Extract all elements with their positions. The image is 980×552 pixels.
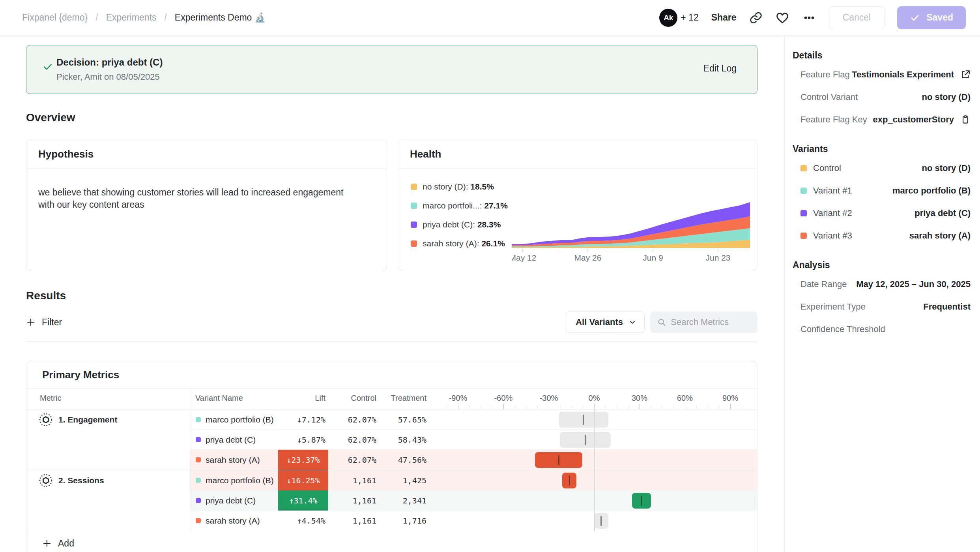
breadcrumb-item-1[interactable]: Experiments (106, 12, 157, 23)
clipboard-icon[interactable] (960, 115, 971, 125)
filter-button[interactable]: Filter (26, 317, 62, 328)
variant-cell: sarah story (A) (196, 511, 260, 531)
variant-cell: priya debt (C) (196, 430, 256, 450)
add-metric-button[interactable]: Add (26, 531, 757, 552)
table-row[interactable]: priya debt (C)↑31.4%1,1612,341 (26, 490, 757, 511)
sidebar-row: Variant #1marco portfolio (B) (793, 179, 971, 202)
cancel-button[interactable]: Cancel (829, 6, 885, 29)
axis-minor-tick (628, 406, 628, 409)
decision-subtitle: Picker, Amit on 08/05/2025 (56, 72, 160, 82)
external-link-icon[interactable] (960, 69, 971, 80)
sidebar-row-label: Control Variant (800, 92, 858, 102)
col-header-metric: Metric (40, 394, 61, 403)
breadcrumb-item-2[interactable]: Experiments Demo 🔬 (175, 12, 266, 23)
sidebar-row: Experiment TypeFrequentist (793, 295, 971, 318)
saved-label: Saved (926, 12, 953, 23)
variant-name: marco portfolio (B) (206, 415, 274, 424)
lift-value: ↑4.54% (266, 511, 325, 531)
table-row[interactable]: marco portfolio (B)↓16.25%1,1611,425 (26, 470, 757, 490)
axis-minor-tick (651, 406, 651, 409)
axis-tick-label: 90% (722, 394, 738, 403)
sidebar-row-label: Feature Flag (800, 69, 850, 80)
sidebar-row-value: priya debt (C) (915, 208, 971, 218)
table-row[interactable]: sarah story (A)↑4.54%1,1611,716 (26, 511, 757, 531)
share-button[interactable]: Share (711, 12, 737, 23)
heart-icon (775, 11, 789, 25)
axis-minor-tick (526, 406, 527, 409)
avatar[interactable]: Ak (659, 9, 677, 27)
legend-swatch (411, 184, 417, 190)
main-panel: Decision: priya debt (C) Picker, Amit on… (0, 36, 784, 552)
sidebar-row-label: Date Range (800, 279, 847, 289)
filter-label: Filter (42, 317, 62, 328)
table-body: 1. Engagementmarco portfolio (B)↓7.12%62… (26, 409, 757, 531)
copy-link-button[interactable] (749, 11, 763, 24)
stacked-area-svg: May 12May 26Jun 9Jun 23 (512, 193, 750, 264)
overview-heading: Overview (26, 111, 757, 124)
saved-button[interactable]: Saved (897, 6, 966, 29)
axis-minor-tick (560, 406, 561, 409)
favorite-button[interactable] (775, 11, 789, 25)
sidebar-row-value: May 12, 2025 – Jun 30, 2025 (856, 279, 971, 289)
table-row[interactable]: priya debt (C)↓5.87%62.07%58.43% (26, 430, 757, 450)
check-icon (910, 13, 920, 23)
collaborators: Ak + 12 (659, 9, 698, 27)
axis-tick-label: 0% (589, 394, 600, 403)
axis-minor-tick (662, 406, 662, 409)
decision-title: Decision: priya debt (C) (56, 57, 163, 68)
legend-item-1[interactable]: marco portfoli...: 27.1% (411, 200, 508, 211)
treatment-value: 57.65% (369, 409, 426, 430)
variant-color-swatch (800, 233, 807, 239)
axis-tick-label: -90% (449, 394, 468, 403)
more-menu-button[interactable] (802, 11, 816, 25)
sidebar-row: Control Variantno story (D) (793, 86, 971, 108)
treatment-value: 58.43% (369, 430, 426, 450)
sidebar-row-value: Frequentist (923, 302, 971, 312)
lift-marker (600, 516, 602, 526)
svg-text:Jun 9: Jun 9 (643, 253, 663, 262)
legend-item-2[interactable]: priya debt (C): 28.3% (411, 219, 508, 230)
axis-minor-tick (549, 404, 549, 409)
metric-name: 1. Engagement (58, 415, 117, 424)
variant-cell: marco portfolio (B) (196, 470, 274, 490)
sidebar-row-value: no story (D) (922, 92, 971, 102)
variants-dropdown[interactable]: All Variants (566, 312, 645, 333)
edit-log-button[interactable]: Edit Log (703, 63, 737, 74)
lift-marker (583, 415, 584, 425)
variant-color-swatch (196, 437, 201, 442)
sidebar-row: Variant #2priya debt (C) (793, 202, 971, 224)
table-row[interactable]: marco portfolio (B)↓7.12%62.07%57.65% (26, 409, 757, 430)
chevron-down-icon (628, 318, 636, 326)
svg-text:May 26: May 26 (574, 253, 602, 262)
sidebar-row-label: Variant #2 (813, 208, 852, 218)
legend-item-0[interactable]: no story (D): 18.5% (411, 181, 508, 192)
legend-swatch (411, 240, 417, 247)
variants-dropdown-value: All Variants (576, 317, 623, 327)
breadcrumb-item-0[interactable]: Fixpanel {demo} (22, 12, 88, 23)
variant-name: priya debt (C) (206, 496, 256, 505)
variant-color-swatch (196, 498, 201, 503)
variant-cell: priya debt (C) (196, 490, 256, 511)
treatment-value: 2,341 (369, 490, 426, 511)
sidebar-section-title: Analysis (793, 257, 971, 273)
legend-swatch (411, 203, 417, 209)
metric-cell[interactable]: 1. Engagement (38, 409, 117, 430)
collaborator-count[interactable]: + 12 (681, 12, 698, 23)
axis-minor-tick (469, 406, 470, 409)
axis-minor-tick (673, 406, 674, 409)
treatment-value: 47.56% (369, 450, 426, 470)
ellipsis-icon (802, 11, 816, 25)
metric-cell[interactable]: 2. Sessions (38, 470, 104, 490)
axis-tick-label: -60% (494, 394, 513, 403)
lift-marker (585, 435, 586, 445)
lift-value: ↓7.12% (266, 409, 325, 430)
link-icon (749, 11, 763, 24)
plus-icon (42, 539, 52, 548)
sidebar-row-value: no story (D) (922, 163, 971, 173)
table-row[interactable]: sarah story (A)↓23.37%62.07%47.56% (26, 450, 757, 470)
legend-item-3[interactable]: sarah story (A): 26.1% (411, 238, 508, 249)
lift-marker (641, 496, 642, 506)
variant-color-swatch (196, 478, 201, 483)
search-input[interactable] (671, 317, 750, 327)
sidebar-row-value: sarah story (A) (909, 231, 971, 241)
